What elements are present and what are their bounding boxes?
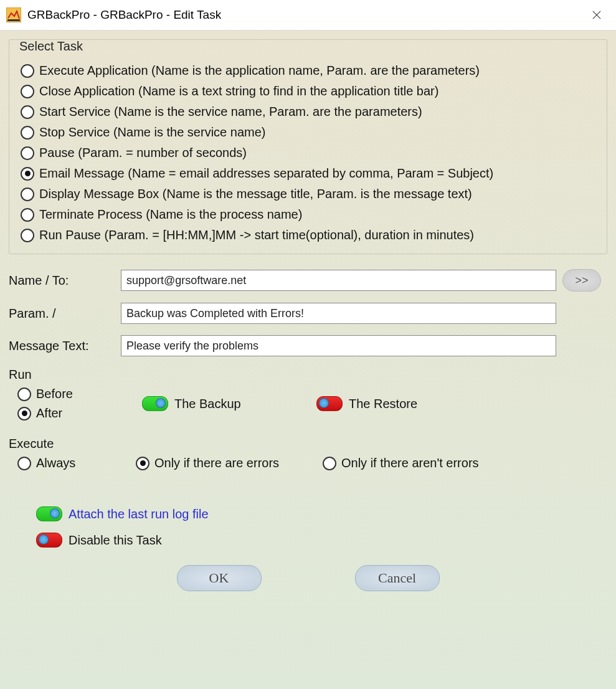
- browse-button[interactable]: >>: [562, 269, 601, 292]
- task-option-label: Stop Service (Name is the service name): [39, 125, 265, 140]
- titlebar: GRBackPro - GRBackPro - Edit Task: [0, 0, 616, 31]
- radio-icon: [136, 457, 149, 470]
- task-option-run-pause[interactable]: Run Pause (Param. = [HH:MM,]MM -> start …: [21, 228, 595, 242]
- execute-always-option[interactable]: Always: [17, 456, 136, 470]
- task-option-label: Execute Application (Name is the applica…: [39, 64, 480, 78]
- message-text-input[interactable]: [121, 335, 556, 356]
- disable-task-label: Disable this Task: [69, 533, 162, 548]
- svg-rect-1: [7, 19, 20, 21]
- radio-icon: [21, 126, 34, 140]
- radio-icon: [21, 167, 34, 181]
- radio-icon: [17, 457, 31, 470]
- message-text-row: Message Text:: [9, 335, 607, 356]
- execute-legend: Execute: [9, 437, 607, 451]
- radio-icon: [21, 188, 34, 201]
- task-option-display-message-box[interactable]: Display Message Box (Name is the message…: [21, 187, 595, 201]
- execute-only-no-errors-option[interactable]: Only if there aren't errors: [323, 456, 509, 470]
- run-legend: Run: [9, 368, 607, 382]
- radio-icon: [21, 85, 34, 98]
- task-option-pause[interactable]: Pause (Param. = number of seconds): [21, 146, 595, 160]
- execute-option-label: Only if there aren't errors: [341, 456, 479, 470]
- attach-log-row: Attach the last run log file: [36, 506, 607, 521]
- run-after-option[interactable]: After: [17, 406, 142, 421]
- execute-option-label: Only if there are errors: [154, 456, 279, 470]
- name-row: Name / To: >>: [9, 269, 607, 292]
- app-icon: [6, 7, 21, 22]
- select-task-group: Select Task Execute Application (Name is…: [9, 39, 607, 254]
- task-option-label: Run Pause (Param. = [HH:MM,]MM -> start …: [39, 228, 474, 242]
- radio-icon: [17, 407, 31, 421]
- dialog-body: Select Task Execute Application (Name is…: [0, 31, 616, 689]
- run-section: Run Before After The Backup: [9, 368, 607, 421]
- radio-icon: [21, 64, 34, 78]
- task-option-email-message[interactable]: Email Message (Name = email addresses se…: [21, 166, 595, 181]
- radio-icon: [21, 229, 34, 242]
- radio-icon: [21, 105, 34, 119]
- window-title: GRBackPro - GRBackPro - Edit Task: [27, 8, 221, 22]
- task-option-label: Terminate Process (Name is the process n…: [39, 207, 302, 222]
- the-restore-label: The Restore: [349, 397, 417, 411]
- task-option-stop-service[interactable]: Stop Service (Name is the service name): [21, 125, 595, 140]
- task-option-terminate-process[interactable]: Terminate Process (Name is the process n…: [21, 207, 595, 222]
- run-before-label: Before: [36, 387, 73, 401]
- attach-log-label: Attach the last run log file: [69, 507, 209, 521]
- disable-task-row: Disable this Task: [36, 533, 607, 548]
- the-restore-toggle[interactable]: [316, 396, 343, 411]
- ok-button[interactable]: OK: [177, 565, 262, 591]
- dialog-buttons: OK Cancel: [9, 565, 607, 591]
- task-option-label: Start Service (Name is the service name,…: [39, 105, 422, 119]
- task-option-execute-application[interactable]: Execute Application (Name is the applica…: [21, 64, 595, 78]
- task-option-label: Display Message Box (Name is the message…: [39, 187, 472, 201]
- task-option-label: Close Application (Name is a text string…: [39, 84, 438, 98]
- cancel-button[interactable]: Cancel: [355, 565, 440, 591]
- close-icon: [592, 11, 601, 19]
- the-restore-option: The Restore: [316, 396, 491, 411]
- the-backup-option: The Backup: [142, 396, 316, 411]
- the-backup-toggle[interactable]: [142, 396, 168, 411]
- param-label: Param. /: [9, 306, 115, 321]
- name-label: Name / To:: [9, 273, 115, 288]
- execute-option-label: Always: [36, 456, 75, 470]
- select-task-list: Execute Application (Name is the applica…: [21, 64, 595, 242]
- task-option-close-application[interactable]: Close Application (Name is a text string…: [21, 84, 595, 98]
- radio-icon: [21, 146, 34, 160]
- form-rows: Name / To: >> Param. / Message Text:: [9, 269, 607, 356]
- run-before-option[interactable]: Before: [17, 387, 142, 401]
- message-text-label: Message Text:: [9, 339, 115, 353]
- select-task-legend: Select Task: [16, 39, 87, 54]
- name-input[interactable]: [121, 270, 556, 291]
- radio-icon: [21, 208, 34, 222]
- param-row: Param. /: [9, 303, 607, 324]
- param-input[interactable]: [121, 303, 556, 324]
- radio-icon: [323, 457, 336, 470]
- execute-only-errors-option[interactable]: Only if there are errors: [136, 456, 323, 470]
- task-option-start-service[interactable]: Start Service (Name is the service name,…: [21, 105, 595, 119]
- task-option-label: Pause (Param. = number of seconds): [39, 146, 247, 160]
- close-button[interactable]: [582, 0, 611, 30]
- run-after-label: After: [36, 406, 62, 421]
- radio-icon: [17, 387, 31, 401]
- disable-task-toggle[interactable]: [36, 533, 62, 548]
- execute-section: Execute Always Only if there are errors …: [9, 437, 607, 470]
- the-backup-label: The Backup: [174, 397, 241, 411]
- task-option-label: Email Message (Name = email addresses se…: [39, 166, 493, 181]
- attach-log-toggle[interactable]: [36, 506, 62, 521]
- window-root: GRBackPro - GRBackPro - Edit Task Select…: [0, 0, 616, 689]
